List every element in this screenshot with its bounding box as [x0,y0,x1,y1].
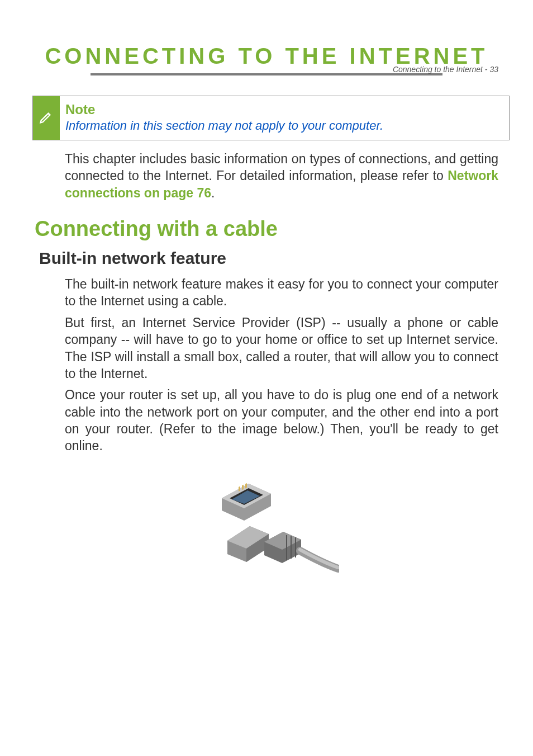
subsection-heading-builtin-network: Built-in network feature [39,249,498,268]
svg-rect-4 [239,486,240,491]
paragraph-1: The built-in network feature makes it ea… [65,276,498,310]
note-label: Note [65,102,383,117]
svg-rect-5 [242,484,244,489]
ethernet-illustration [194,467,339,590]
page-header-breadcrumb: Connecting to the Internet - 33 [393,65,498,74]
pencil-icon [39,109,54,127]
note-callout: Note Information in this section may not… [32,96,510,140]
intro-after-link: . [211,186,215,200]
note-icon-container [33,96,60,140]
document-page: Connecting to the Internet - 33 CONNECTI… [0,44,533,756]
title-underline [91,73,442,75]
intro-before-link: This chapter includes basic information … [65,152,498,183]
note-text: Information in this section may not appl… [65,119,383,133]
intro-paragraph: This chapter includes basic information … [65,150,498,201]
svg-rect-6 [245,483,247,488]
section-heading-connecting-cable: Connecting with a cable [35,217,498,241]
paragraph-3: Once your router is set up, all you have… [65,386,498,454]
note-content: Note Information in this section may not… [60,96,391,140]
paragraph-2: But first, an Internet Service Provider … [65,314,498,382]
